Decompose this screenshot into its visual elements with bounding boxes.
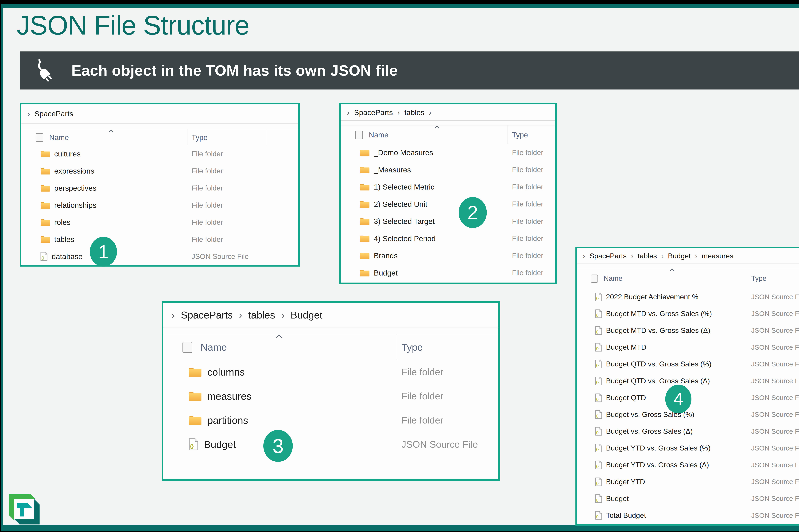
list-item[interactable]: _Demo MeasuresFile folder [341, 144, 555, 161]
list-item[interactable]: {}Budget YTD vs. Gross Sales (%)JSON Sou… [577, 440, 799, 457]
breadcrumb-item[interactable]: Budget [668, 252, 691, 260]
sort-ascending-icon [435, 126, 439, 131]
list-item[interactable]: {}2022 Budget Achievement %JSON Source F… [577, 288, 799, 305]
list-item[interactable]: expressionsFile folder [21, 163, 298, 179]
list-item[interactable]: perspectivesFile folder [21, 179, 298, 196]
breadcrumb-item[interactable]: tables [404, 108, 424, 117]
list-item[interactable]: {}Total BudgetJSON Source File [577, 507, 799, 524]
list-item[interactable]: rolesFile folder [21, 214, 298, 231]
select-all-checkbox[interactable] [591, 274, 598, 283]
item-name: Budget [204, 439, 236, 450]
callout-banner: Each object in the TOM has its own JSON … [20, 52, 799, 90]
list-item[interactable]: 3) Selected TargetFile folder [341, 213, 555, 230]
list-item[interactable]: {}Budget MTD vs. Gross Sales (%)JSON Sou… [577, 305, 799, 322]
column-header-name[interactable]: Name [369, 131, 388, 139]
item-name: Budget [606, 494, 629, 503]
breadcrumb-item[interactable]: Budget [290, 309, 322, 321]
item-type: JSON Source File [751, 394, 799, 402]
breadcrumb-item[interactable]: SpaceParts [354, 108, 393, 117]
svg-text:{}: {} [596, 296, 598, 300]
item-name: Budget MTD vs. Gross Sales (Δ) [606, 326, 710, 335]
breadcrumb-item[interactable]: SpaceParts [590, 252, 627, 260]
breadcrumb-item[interactable]: measures [702, 252, 733, 260]
item-name: Budget YTD vs. Gross Sales (Δ) [606, 461, 709, 469]
list-item[interactable]: tablesFile folder [21, 231, 298, 248]
list-item[interactable]: measuresFile folder [163, 384, 498, 408]
list-item[interactable]: 4) Selected PeriodFile folder [341, 230, 555, 247]
breadcrumb-item[interactable]: SpaceParts [181, 309, 233, 321]
svg-text:{}: {} [596, 498, 598, 502]
list-item[interactable]: BudgetFile folder [341, 264, 555, 282]
breadcrumb-item[interactable]: tables [638, 252, 657, 260]
item-name: columns [207, 366, 245, 378]
list-item[interactable]: relationshipsFile folder [21, 196, 298, 214]
slide: JSON File Structure Each object in the T… [0, 0, 799, 532]
list-item[interactable]: {}Budget YTD vs. Gross Sales (Δ)JSON Sou… [577, 457, 799, 473]
item-name: 3) Selected Target [374, 217, 435, 226]
column-header-type[interactable]: Type [512, 131, 528, 139]
item-type: JSON Source File [751, 360, 799, 368]
list-item[interactable]: columnsFile folder [163, 360, 498, 384]
list-item[interactable]: {}Budget MTDJSON Source File [577, 339, 799, 356]
list-item[interactable]: partitionsFile folder [163, 408, 498, 432]
list-header: NameType [21, 129, 298, 145]
item-type: File folder [512, 166, 543, 174]
select-all-checkbox[interactable] [36, 133, 43, 142]
item-name: Total Budget [606, 511, 646, 519]
list-item[interactable]: {}Budget MTD vs. Gross Sales (Δ)JSON Sou… [577, 322, 799, 339]
logo-letter-t-stem [20, 508, 24, 516]
list-item[interactable]: culturesFile folder [21, 145, 298, 163]
select-all-checkbox[interactable] [355, 131, 363, 139]
json-file-icon: {} [595, 494, 602, 503]
item-type: File folder [512, 149, 543, 157]
chevron-right-icon: › [695, 252, 697, 260]
item-type: File folder [192, 201, 223, 209]
list-item[interactable]: {}Budget vs. Gross Sales (Δ)JSON Source … [577, 423, 799, 440]
list-item[interactable]: {}BudgetJSON Source File [577, 490, 799, 507]
item-type: JSON Source File [751, 293, 799, 301]
column-header-type[interactable]: Type [401, 342, 423, 353]
item-name: partitions [207, 415, 248, 426]
svg-text:{}: {} [596, 448, 598, 451]
column-header-type[interactable]: Type [192, 133, 208, 142]
chevron-right-icon: › [27, 109, 30, 118]
item-type: File folder [401, 415, 443, 426]
column-header-name[interactable]: Name [49, 133, 69, 142]
select-all-checkbox[interactable] [183, 342, 192, 353]
column-header-name[interactable]: Name [201, 342, 227, 353]
folder-icon [40, 201, 50, 209]
list-item[interactable]: {}Budget YTDJSON Source File [577, 473, 799, 490]
step-badge-4: 4 [665, 385, 691, 414]
list-item[interactable]: 2) Selected UnitFile folder [341, 196, 555, 213]
list-item[interactable]: {}Budget QTD vs. Gross Sales (Δ)JSON Sou… [577, 373, 799, 389]
plug-icon [29, 57, 55, 84]
list-header: NameType [341, 126, 555, 144]
step-badge-2: 2 [459, 197, 487, 228]
list-item[interactable]: {}Budget QTD vs. Gross Sales (%)JSON Sou… [577, 356, 799, 373]
list-item[interactable]: {}databaseJSON Source File [21, 248, 298, 265]
item-type: JSON Source File [192, 252, 249, 261]
slide-frame-top [1, 4, 799, 8]
json-file-icon: {} [595, 427, 602, 436]
chevron-right-icon: › [661, 252, 664, 260]
chevron-right-icon: › [281, 309, 284, 321]
toolbar-spacer [577, 264, 799, 268]
item-type: File folder [192, 150, 223, 158]
list-item[interactable]: 1) Selected MetricFile folder [341, 178, 555, 196]
list-item[interactable]: _MeasuresFile folder [341, 161, 555, 178]
list-item[interactable]: {}BudgetJSON Source File [163, 432, 498, 456]
breadcrumb-item[interactable]: tables [248, 309, 275, 321]
breadcrumb-item[interactable]: SpaceParts [34, 109, 73, 118]
list-item[interactable]: BrandsFile folder [341, 247, 555, 264]
json-file-icon: {} [595, 360, 602, 368]
column-header-name[interactable]: Name [604, 274, 623, 282]
item-type: JSON Source File [401, 439, 478, 450]
item-type: File folder [192, 167, 223, 175]
column-header-type[interactable]: Type [751, 274, 766, 282]
json-file-icon: {} [595, 511, 602, 520]
item-name: tables [54, 235, 74, 244]
chevron-right-icon: › [631, 252, 633, 260]
item-type: File folder [401, 391, 443, 402]
svg-text:{}: {} [596, 515, 598, 518]
breadcrumb: ›SpaceParts›tables› [341, 104, 555, 120]
